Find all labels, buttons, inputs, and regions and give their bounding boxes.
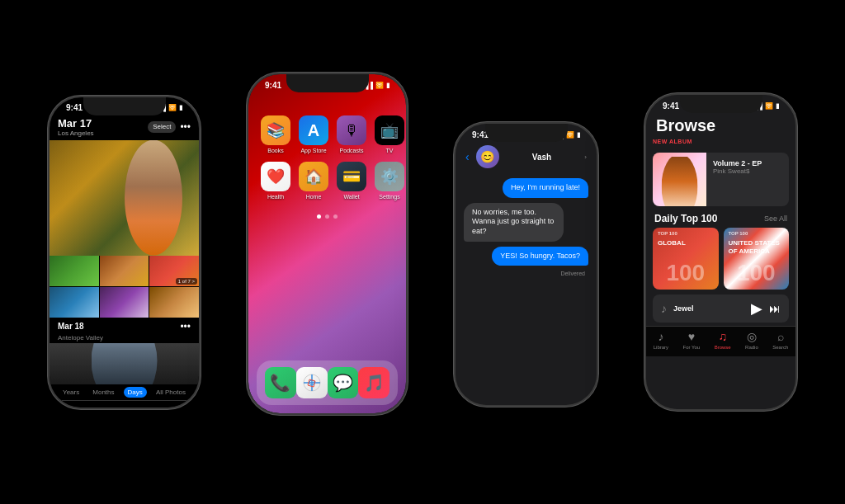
- homescreen-screen: 9:41 ▐▐▐ 🛜 ▮ 📚 Books A App Store: [248, 74, 406, 413]
- tab-days[interactable]: Days: [124, 387, 147, 398]
- dock-messages[interactable]: 💬: [328, 367, 359, 398]
- grid-cell-2[interactable]: [100, 256, 149, 286]
- photos-main-image: [50, 140, 199, 256]
- music-browse-header: Browse: [646, 113, 795, 139]
- photos-grid: 1 of 7 >: [50, 256, 199, 318]
- dot-2: [325, 214, 329, 219]
- grid-cell-4[interactable]: [50, 287, 99, 318]
- wifi-icon: 🛜: [168, 104, 177, 111]
- photos-date-section1: Mar 17 Los Angeles: [58, 117, 94, 137]
- app-home[interactable]: 🏠 Home: [299, 162, 328, 200]
- books-icon: 📚: [261, 115, 290, 145]
- music-tab-radio[interactable]: ◎ Radio: [745, 330, 758, 350]
- nav-albums[interactable]: ⊡ Albums: [134, 404, 153, 407]
- now-playing-info: Jewel: [673, 304, 751, 313]
- grid-cell-6[interactable]: [149, 287, 199, 318]
- new-album-card[interactable]: Volume 2 - EP Pink Sweat$: [653, 153, 789, 206]
- music-tab-library[interactable]: ♪ Library: [654, 330, 668, 350]
- status-icons-1: ▐▐▐ 🛜 ▮: [152, 104, 182, 111]
- section2-more[interactable]: •••: [180, 321, 191, 332]
- search-music-label: Search: [772, 345, 788, 350]
- podcasts-label: Podcasts: [340, 148, 364, 153]
- home-page-dots: [248, 208, 406, 225]
- daily-top-header: Daily Top 100 See All: [646, 210, 795, 228]
- chart-usa-badge: TOP 100: [729, 231, 748, 236]
- home-icons-grid: 📚 Books A App Store 🎙 Podcasts 📺 TV ❤️: [248, 92, 406, 208]
- dot-3: [333, 214, 338, 219]
- status-time-1: 9:41: [66, 103, 83, 112]
- grid-cell-5[interactable]: [100, 287, 149, 318]
- back-button[interactable]: ‹: [465, 150, 470, 163]
- signal-icon-2: ▐▐▐: [359, 82, 373, 89]
- dot-1: [317, 214, 321, 219]
- dock-safari[interactable]: [296, 367, 328, 398]
- status-bar-3: 9:41 ▐▐▐ 🛜 ▮: [456, 124, 597, 142]
- photos-select-button[interactable]: Select: [148, 121, 176, 133]
- health-label: Health: [267, 194, 284, 200]
- library-icon: ♪: [658, 330, 663, 343]
- photos-more-button[interactable]: •••: [180, 121, 191, 133]
- section2-location: Antelope Valley: [50, 334, 199, 343]
- message-2: No worries, me too. Wanna just go straig…: [464, 203, 564, 242]
- grid-cell-1[interactable]: [50, 256, 99, 286]
- books-label: Books: [267, 148, 283, 153]
- app-appstore[interactable]: A App Store: [299, 115, 328, 153]
- nav-search[interactable]: ⌕ Search: [172, 404, 190, 407]
- music-tab-foryou[interactable]: ♥ For You: [683, 330, 701, 350]
- message-3: YES! So hungry. Tacos?: [492, 247, 588, 266]
- tv-icon: 📺: [375, 115, 404, 145]
- home-dock: 📞 💬 🎵: [257, 360, 398, 405]
- delivered-label: Delivered: [464, 271, 588, 276]
- music-tab-browse[interactable]: ♫ Browse: [715, 330, 731, 350]
- chart-global[interactable]: TOP 100 GLOBAL 100: [653, 228, 719, 290]
- tab-years[interactable]: Years: [59, 387, 83, 398]
- chart-usa[interactable]: TOP 100 UNITED STATES OF AMERICA 100: [724, 228, 790, 290]
- tab-allphotos[interactable]: All Photos: [152, 387, 190, 398]
- section2-date: Mar 18: [58, 322, 84, 331]
- app-books[interactable]: 📚 Books: [261, 115, 290, 153]
- search-nav-icon: ⌕: [177, 404, 184, 407]
- app-settings[interactable]: ⚙️ Settings: [375, 162, 404, 200]
- wallet-icon: 💳: [337, 162, 366, 191]
- see-all-button[interactable]: See All: [764, 214, 787, 223]
- app-podcasts[interactable]: 🎙 Podcasts: [337, 115, 366, 153]
- nav-foryou[interactable]: ♥ For You: [95, 404, 115, 407]
- dock-music[interactable]: 🎵: [358, 367, 389, 398]
- nav-photos[interactable]: ⊞ Photos: [59, 404, 77, 407]
- music-tab-search[interactable]: ⌕ Search: [772, 330, 788, 350]
- grid-cell-3[interactable]: 1 of 7 >: [149, 256, 199, 286]
- tab-months[interactable]: Months: [88, 387, 118, 398]
- chart-global-label: GLOBAL: [658, 239, 686, 247]
- album-artist: Pink Sweat$: [713, 167, 782, 175]
- playback-controls: ▶ ⏭: [751, 299, 781, 318]
- status-icons-3: ▐▐▐ 🛜 ▮: [550, 131, 580, 139]
- battery-icon-2: ▮: [386, 82, 389, 89]
- app-tv[interactable]: 📺 TV: [375, 115, 404, 153]
- wifi-icon-3: 🛜: [566, 131, 574, 139]
- status-time-4: 9:41: [663, 101, 679, 111]
- tv-label: TV: [386, 148, 394, 153]
- phone-homescreen: 9:41 ▐▐▐ 🛜 ▮ 📚 Books A App Store: [247, 73, 408, 415]
- app-wallet[interactable]: 💳 Wallet: [337, 162, 366, 200]
- signal-icon: ▐▐▐: [152, 104, 166, 111]
- status-bar-2: 9:41 ▐▐▐ 🛜 ▮: [248, 74, 406, 92]
- messages-screen: 9:41 ▐▐▐ 🛜 ▮ ‹ 😊 Vash › Hey, I'm running…: [456, 124, 597, 405]
- wallet-label: Wallet: [343, 194, 359, 200]
- radio-label: Radio: [745, 345, 758, 350]
- album-info: Volume 2 - EP Pink Sweat$: [706, 153, 789, 206]
- photos-nav-icon: ⊞: [63, 404, 73, 407]
- play-button[interactable]: ▶: [751, 299, 762, 318]
- skip-button[interactable]: ⏭: [769, 302, 781, 315]
- photos-screen: 9:41 ▐▐▐ 🛜 ▮ Mar 17 Los Angeles Select •…: [50, 97, 199, 407]
- status-time-2: 9:41: [265, 81, 281, 90]
- photos-header-buttons: Select •••: [148, 121, 191, 133]
- now-playing-bar[interactable]: ♪ Jewel ▶ ⏭: [653, 294, 789, 323]
- grid-badge: 1 of 7 >: [176, 278, 197, 285]
- dock-phone[interactable]: 📞: [265, 367, 296, 398]
- music-nav-tabs: ♪ Library ♥ For You ♫ Browse ◎ Radio ⌕: [646, 326, 795, 356]
- message-1: Hey, I'm running late!: [503, 178, 588, 198]
- chart-global-badge: TOP 100: [658, 231, 677, 236]
- phone-music: 9:41 ▐▐▐ 🛜 ▮ Browse NEW ALBUM: [644, 93, 797, 411]
- app-health[interactable]: ❤️ Health: [261, 162, 290, 200]
- photos-location: Los Angeles: [58, 130, 94, 137]
